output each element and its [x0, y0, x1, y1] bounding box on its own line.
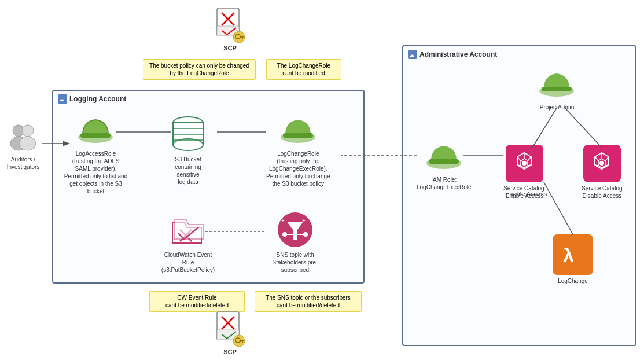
svg-point-61 — [599, 161, 604, 166]
top-scp-label: SCP — [223, 45, 237, 52]
admin-account-label: ☁ Administrative Account — [408, 50, 497, 59]
logging-account-label: ☁ Logging Account — [58, 94, 126, 104]
logging-account-icon: ☁ — [58, 94, 67, 104]
svg-text:λ: λ — [563, 244, 574, 266]
iam-role-icon — [425, 139, 463, 174]
tooltip-sns-cant-modify: The SNS topic or the subscribers cant be… — [255, 291, 362, 312]
sns-block: + + SNS topic withStakeholders pre-subsc… — [266, 211, 324, 274]
bottom-scp-icon — [214, 311, 246, 348]
log-access-role-block: LogAccessRole(trusting the ADFSSAML prov… — [62, 113, 129, 195]
sns-label: SNS topic withStakeholders pre-subscribe… — [266, 251, 324, 274]
tooltip-bucket-policy: The bucket policy can only be changed by… — [143, 59, 256, 80]
svg-line-64 — [605, 165, 609, 166]
svg-text:☁: ☁ — [409, 52, 414, 58]
svg-text:☁: ☁ — [59, 97, 64, 102]
svg-text:+: + — [281, 218, 285, 224]
diagram-container: ☁ Logging Account ☁ Administrative Accou… — [0, 0, 644, 364]
svg-line-57 — [517, 165, 521, 166]
cloudwatch-icon — [170, 211, 207, 249]
log-change-role-icon — [279, 113, 317, 148]
cloudwatch-label: CloudWatch Event Rule(s3:PutBucketPolicy… — [159, 251, 217, 274]
auditors-icon — [6, 122, 41, 153]
svg-line-55 — [528, 165, 531, 166]
enable-access-label: Enable Access — [505, 190, 547, 197]
s3-bucket-block: S3 Bucketcontainingsensitivelog data — [171, 116, 205, 186]
service-catalog-disable-block: Service Catalog Disable Access — [582, 145, 623, 200]
svg-line-66 — [595, 165, 598, 166]
service-catalog-disable-label: Service Catalog Disable Access — [582, 185, 623, 200]
log-access-role-label: LogAccessRole(trusting the ADFSSAML prov… — [62, 150, 129, 195]
admin-account-icon: ☁ — [408, 50, 417, 59]
log-access-role-icon — [77, 113, 115, 148]
svg-point-16 — [20, 137, 36, 150]
svg-point-52 — [522, 161, 527, 166]
auditors-label: Auditors / Investigators — [7, 156, 40, 171]
svg-rect-26 — [283, 133, 313, 138]
project-admin-block: ProjectAdmin — [538, 67, 576, 111]
bottom-scf-badge: SCP — [214, 311, 246, 355]
sns-icon: + + — [277, 211, 314, 249]
s3-bucket-label: S3 Bucketcontainingsensitivelog data — [175, 156, 201, 186]
svg-rect-44 — [242, 341, 243, 343]
top-scp-icon — [214, 7, 246, 45]
svg-rect-45 — [240, 341, 241, 342]
project-admin-icon — [538, 67, 576, 101]
svg-rect-18 — [80, 133, 111, 138]
svg-point-15 — [22, 125, 34, 137]
cloudwatch-block: CloudWatch Event Rule(s3:PutBucketPolicy… — [159, 211, 217, 274]
svg-point-31 — [282, 232, 287, 237]
tooltip-cw-cant-modify: CW Event Rule cant be modified/deleted — [149, 291, 245, 312]
lambda-label: LogChange — [558, 277, 588, 285]
svg-point-21 — [173, 139, 203, 150]
svg-rect-11 — [242, 37, 243, 39]
svg-point-32 — [303, 232, 308, 237]
lambda-block: λ LogChange — [553, 234, 593, 285]
s3-bucket-icon — [171, 116, 205, 153]
svg-rect-49 — [542, 87, 572, 91]
iam-role-block: IAM Role:LogChangeExecRole — [417, 139, 472, 191]
service-catalog-disable-tile — [583, 145, 621, 182]
service-catalog-disable-icon — [589, 150, 615, 177]
svg-text:+: + — [302, 218, 306, 224]
top-scf-badge: SCP — [214, 7, 246, 52]
project-admin-label: ProjectAdmin — [540, 104, 574, 111]
svg-rect-43 — [240, 340, 244, 341]
log-change-role-block: LogChangeRole(trusting only theLogChange… — [266, 113, 330, 187]
lambda-icon: λ — [558, 240, 587, 269]
iam-role-label: IAM Role:LogChangeExecRole — [417, 176, 472, 191]
svg-rect-12 — [240, 37, 241, 38]
lambda-tile: λ — [553, 234, 593, 275]
bottom-scp-label: SCP — [223, 348, 237, 355]
tooltip-cant-modify: The LogChangeRole cant be modified — [266, 59, 341, 80]
service-catalog-enable-icon — [511, 150, 538, 177]
service-catalog-enable-tile — [506, 145, 543, 182]
auditors-block: Auditors / Investigators — [6, 122, 41, 171]
svg-rect-10 — [240, 36, 244, 38]
log-change-role-label: LogChangeRole(trusting only theLogChange… — [266, 150, 330, 187]
svg-rect-47 — [429, 159, 459, 164]
